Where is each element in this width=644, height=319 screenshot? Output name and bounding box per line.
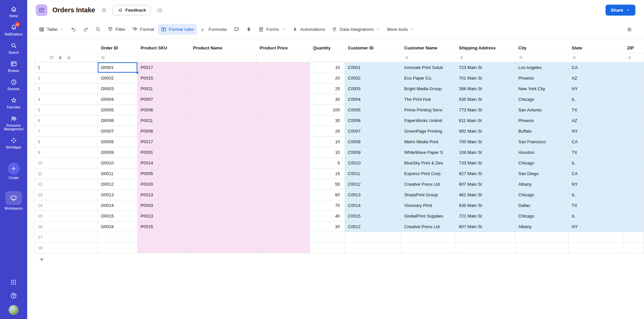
- cell-product-name[interactable]: [190, 137, 257, 147]
- column-header-zip[interactable]: ZIP: [624, 43, 644, 53]
- row-number[interactable]: 18: [34, 243, 98, 253]
- automations-button[interactable]: Automations: [289, 24, 328, 35]
- cell-state[interactable]: NY: [569, 179, 624, 190]
- cell-address[interactable]: 635 Main St: [456, 200, 515, 211]
- cell-price[interactable]: [257, 84, 310, 94]
- cell-city[interactable]: Dallas: [515, 200, 569, 211]
- column-header-customer-name[interactable]: Customer Name: [401, 43, 456, 53]
- cell-order-id[interactable]: [98, 243, 138, 253]
- cell-qty[interactable]: 15: [310, 168, 345, 179]
- cell-customer-name[interactable]: GlobalPrint Supplies: [401, 211, 456, 222]
- cell-city[interactable]: Albany: [515, 179, 569, 190]
- cell-qty[interactable]: 30: [310, 222, 345, 232]
- cell-price[interactable]: [257, 147, 310, 158]
- cell-city[interactable]: Chicago: [515, 94, 569, 105]
- cell-customer-id[interactable]: C0012: [345, 179, 401, 190]
- row-number[interactable]: 3: [34, 84, 98, 94]
- column-header-product-price[interactable]: Product Price: [257, 43, 310, 53]
- sidebar-item-workapps[interactable]: WorkApps: [0, 134, 27, 152]
- share-button[interactable]: Share: [606, 5, 635, 16]
- cell-sku[interactable]: P0013: [138, 190, 190, 200]
- cell-order-id[interactable]: [98, 232, 138, 243]
- cell-city[interactable]: Phoenix: [515, 115, 569, 126]
- cell-customer-name[interactable]: Bright Media Group: [401, 84, 456, 94]
- cell-state[interactable]: NY: [569, 126, 624, 137]
- create-button[interactable]: [8, 162, 20, 174]
- cell-address[interactable]: 721 Main St: [456, 211, 515, 222]
- cell-city[interactable]: [515, 243, 569, 253]
- filter-button[interactable]: Filter: [104, 24, 128, 35]
- settings-button[interactable]: [623, 24, 635, 35]
- cell-city[interactable]: San Francisco: [515, 137, 569, 147]
- favorite-star-button[interactable]: [100, 6, 108, 14]
- cell-sku[interactable]: P0011: [138, 84, 190, 94]
- cell-sku[interactable]: [138, 243, 190, 253]
- avatar[interactable]: [9, 305, 19, 315]
- cell-customer-id[interactable]: [345, 232, 401, 243]
- cell-state[interactable]: AZ: [569, 115, 624, 126]
- cell-order-id[interactable]: O0002: [98, 73, 138, 84]
- cell-customer-name[interactable]: Creative Press Ltd.: [401, 222, 456, 232]
- cell-address[interactable]: 461 Main St: [456, 190, 515, 200]
- cell-product-name[interactable]: [190, 73, 257, 84]
- row-number[interactable]: 6: [34, 115, 98, 126]
- cell-customer-id[interactable]: C0012: [345, 222, 401, 232]
- cell-zip[interactable]: [624, 94, 644, 105]
- cell-product-name[interactable]: [190, 222, 257, 232]
- cell-customer-id[interactable]: C0003: [345, 84, 401, 94]
- cell-state[interactable]: TX: [569, 200, 624, 211]
- cell-price[interactable]: [257, 158, 310, 168]
- column-header-customer-id[interactable]: Customer ID: [345, 43, 401, 53]
- cell-order-id[interactable]: O0003: [98, 84, 138, 94]
- cell-product-name[interactable]: [190, 179, 257, 190]
- cell-zip[interactable]: [624, 62, 644, 73]
- cell-sku[interactable]: P0006: [138, 105, 190, 115]
- row-number[interactable]: 16: [34, 222, 98, 232]
- row-number[interactable]: 15: [34, 211, 98, 222]
- cell-state[interactable]: NY: [569, 84, 624, 94]
- cell-order-id[interactable]: O0014: [98, 200, 138, 211]
- cell-qty[interactable]: 25: [310, 84, 345, 94]
- cell-state[interactable]: [569, 243, 624, 253]
- cell-product-name[interactable]: [190, 84, 257, 94]
- cell-customer-id[interactable]: C0007: [345, 126, 401, 137]
- column-header-product-sku[interactable]: Product SKU: [138, 43, 190, 53]
- cell-zip[interactable]: [624, 222, 644, 232]
- cell-zip[interactable]: [624, 243, 644, 253]
- cell-address[interactable]: 108 Main St: [456, 147, 515, 158]
- info-icon[interactable]: [101, 55, 105, 60]
- cell-customer-id[interactable]: C0008: [345, 137, 401, 147]
- cell-qty[interactable]: 55: [310, 179, 345, 190]
- cell-address[interactable]: 773 Main St: [456, 105, 515, 115]
- row-number[interactable]: 7: [34, 126, 98, 137]
- cell-zip[interactable]: [624, 73, 644, 84]
- cell-price[interactable]: [257, 126, 310, 137]
- cell-customer-name[interactable]: Metro Media Print: [401, 137, 456, 147]
- cell-price[interactable]: [257, 94, 310, 105]
- cell-product-name[interactable]: [190, 243, 257, 253]
- cell-price[interactable]: [257, 137, 310, 147]
- column-header-product-name[interactable]: Product Name: [190, 43, 257, 53]
- cell-sku[interactable]: P0006: [138, 126, 190, 137]
- row-number[interactable]: 1: [34, 62, 98, 73]
- cell-order-id[interactable]: O0008: [98, 137, 138, 147]
- comment-icon[interactable]: [49, 55, 54, 60]
- cell-price[interactable]: [257, 179, 310, 190]
- cell-address[interactable]: 700 Main St: [456, 137, 515, 147]
- cell-price[interactable]: [257, 222, 310, 232]
- cell-qty[interactable]: [310, 243, 345, 253]
- row-number[interactable]: 10: [34, 158, 98, 168]
- cell-customer-id[interactable]: C0004: [345, 94, 401, 105]
- row-number[interactable]: 5: [34, 105, 98, 115]
- cell-customer-name[interactable]: Creative Press Ltd.: [401, 179, 456, 190]
- cell-customer-name[interactable]: GreenPage Printing: [401, 126, 456, 137]
- cell-qty[interactable]: 60: [310, 190, 345, 200]
- cell-link-icon[interactable]: [518, 55, 523, 60]
- cell-address[interactable]: [456, 243, 515, 253]
- cell-city[interactable]: Chicago: [515, 211, 569, 222]
- cell-city[interactable]: Los Angeles: [515, 62, 569, 73]
- sidebar-item-workspaces[interactable]: Workspaces: [0, 188, 27, 213]
- cell-sku[interactable]: P0020: [138, 179, 190, 190]
- cell-sku[interactable]: P0011: [138, 115, 190, 126]
- cell-address[interactable]: 607 Main St: [456, 222, 515, 232]
